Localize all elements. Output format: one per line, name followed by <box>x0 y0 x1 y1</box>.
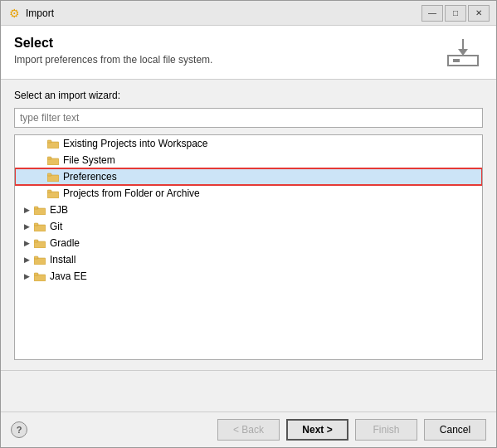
tree-item-label: Existing Projects into Workspace <box>63 138 208 149</box>
import-icon <box>446 37 480 67</box>
tree-item-gradle[interactable]: Gradle <box>15 235 482 251</box>
tree-item-file-system[interactable]: File System <box>15 152 482 168</box>
folder-icon <box>33 220 46 233</box>
svg-rect-17 <box>34 240 38 242</box>
svg-rect-9 <box>47 173 51 176</box>
tree-item-label: Projects from Folder or Archive <box>63 187 200 199</box>
tree-item-preferences[interactable]: Preferences <box>15 168 482 185</box>
tree-item-label: Preferences <box>63 171 117 183</box>
svg-rect-21 <box>34 273 38 275</box>
svg-rect-13 <box>34 207 38 209</box>
svg-rect-19 <box>34 256 38 259</box>
tree-container[interactable]: Existing Projects into Workspace File Sy… <box>14 134 483 360</box>
back-button[interactable]: < Back <box>217 419 280 441</box>
maximize-button[interactable]: □ <box>445 5 466 22</box>
minimize-button[interactable]: — <box>421 5 443 22</box>
folder-icon <box>33 270 46 283</box>
window-controls: — □ ✕ <box>421 5 490 22</box>
page-subtitle: Import preferences from the local file s… <box>14 54 212 66</box>
content-area: Select an import wizard: Existing Projec… <box>1 80 496 370</box>
folder-icon <box>46 170 60 183</box>
tree-item-existing-projects[interactable]: Existing Projects into Workspace <box>15 135 482 152</box>
tree-item-projects-folder[interactable]: Projects from Folder or Archive <box>15 185 482 202</box>
tree-item-ejb[interactable]: EJB <box>15 202 482 218</box>
tree-item-install[interactable]: Install <box>15 251 482 268</box>
next-button[interactable]: Next > <box>286 419 348 441</box>
svg-rect-5 <box>47 140 51 143</box>
tree-item-label: Java EE <box>50 270 87 282</box>
svg-rect-15 <box>34 223 38 226</box>
expand-arrow <box>22 238 32 248</box>
window-title: Import <box>26 7 421 19</box>
folder-icon <box>46 137 60 150</box>
help-button[interactable]: ? <box>11 421 27 438</box>
svg-rect-0 <box>448 56 478 66</box>
expand-arrow <box>22 222 32 231</box>
tree-item-label: EJB <box>50 204 68 216</box>
svg-rect-11 <box>47 190 51 192</box>
tree-item-label: Git <box>50 221 62 232</box>
cancel-button[interactable]: Cancel <box>424 419 486 441</box>
folder-icon <box>33 203 46 217</box>
expand-arrow <box>22 255 32 265</box>
folder-icon <box>33 236 46 250</box>
filter-input[interactable] <box>14 108 483 128</box>
title-bar: ⚙ Import — □ ✕ <box>1 1 496 26</box>
tree-item-label: Gradle <box>50 237 80 249</box>
header-section: Select Import preferences from the local… <box>1 26 496 80</box>
folder-icon <box>33 253 46 266</box>
tree-item-label: File System <box>63 154 115 166</box>
expand-arrow <box>22 271 32 281</box>
bottom-spacer <box>1 370 496 411</box>
folder-icon <box>46 187 60 200</box>
header-icon <box>443 36 483 69</box>
wizard-label: Select an import wizard: <box>14 90 483 101</box>
tree-item-git[interactable]: Git <box>15 218 482 235</box>
tree-item-java-ee[interactable]: Java EE <box>15 268 482 285</box>
window-icon: ⚙ <box>7 7 21 20</box>
expand-arrow <box>22 205 32 215</box>
import-dialog: ⚙ Import — □ ✕ Select Import preferences… <box>0 0 497 448</box>
finish-button[interactable]: Finish <box>355 419 417 441</box>
tree-item-label: Install <box>50 254 76 265</box>
close-button[interactable]: ✕ <box>468 5 490 22</box>
svg-rect-1 <box>453 59 460 62</box>
header-text: Select Import preferences from the local… <box>14 36 212 66</box>
svg-rect-7 <box>47 157 51 159</box>
page-title: Select <box>14 36 212 51</box>
footer: ? < Back Next > Finish Cancel <box>1 411 496 447</box>
svg-marker-3 <box>458 49 468 56</box>
folder-icon <box>46 153 60 167</box>
